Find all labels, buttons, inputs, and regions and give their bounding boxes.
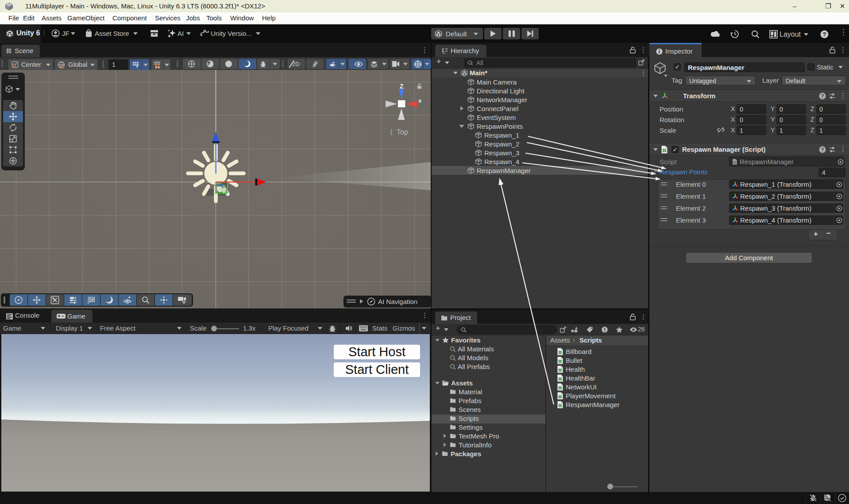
svg-text:Y: Y [136, 65, 139, 68]
svg-text:?: ? [823, 31, 826, 38]
svg-text:?: ? [821, 93, 824, 99]
svg-text:?: ? [821, 147, 824, 152]
